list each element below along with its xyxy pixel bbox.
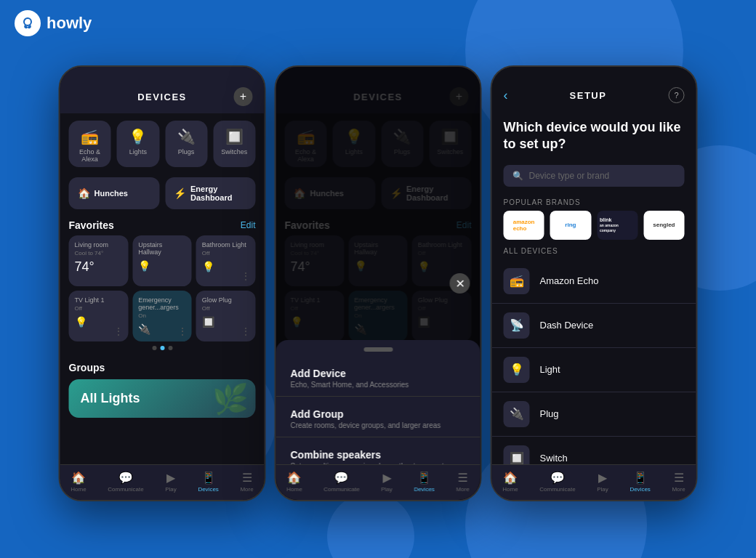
amazon-echo-name: Amazon Echo	[540, 275, 599, 286]
energy-label: Energy Dashboard	[190, 185, 247, 202]
menu-item-add-group[interactable]: Add Group Create rooms, device groups, a…	[276, 397, 480, 437]
nav-communicate[interactable]: 💬 Communicate	[108, 471, 143, 493]
fav-card-glowplug[interactable]: Glow Plug Off 🔲 ⋮	[196, 291, 256, 341]
help-button[interactable]: ?	[669, 87, 685, 103]
all-lights-bg-icon: 🌿	[212, 381, 249, 416]
amazon-label: amazonecho	[513, 219, 535, 232]
p1-title: DEVICES	[91, 92, 234, 102]
more-nav-label: More	[240, 486, 253, 493]
amazon-echo-icon: 📻	[504, 268, 530, 294]
fav-glowplug-label: Glow Plug	[202, 296, 250, 304]
device-item-amazon-echo[interactable]: 📻 Amazon Echo	[492, 259, 696, 304]
ring-label: ring	[565, 222, 576, 228]
p1-add-button[interactable]: +	[234, 87, 253, 106]
nav-more[interactable]: ☰ More	[240, 471, 253, 493]
category-lights[interactable]: 💡 Lights	[117, 121, 159, 167]
fav-livingroom-value: 74°	[75, 259, 123, 275]
fav-glowplug-status: Off	[202, 305, 250, 312]
combine-speakers-title: Combine speakers	[291, 449, 466, 461]
p3-nav-play[interactable]: ▶Play	[597, 471, 608, 493]
fav-livingroom-label: Living room	[75, 241, 123, 248]
communicate-nav-icon: 💬	[118, 471, 133, 485]
menu-item-add-device[interactable]: Add Device Echo, Smart Home, and Accesso…	[276, 356, 480, 397]
p2-nav-play[interactable]: ▶Play	[381, 471, 393, 493]
back-button[interactable]: ‹	[504, 88, 508, 103]
fav-livingroom-sublabel: Cool to 74°	[75, 250, 123, 256]
device-categories-row: 📻 Echo & Alexa 💡 Lights 🔌 Plugs 🔲 Switch…	[60, 113, 265, 174]
light-device-name: Light	[540, 364, 560, 375]
hunches-icon: 🏠	[78, 187, 90, 199]
fav-tvlight-label: TV Light 1	[75, 296, 123, 304]
dash-device-name: Dash Device	[540, 320, 594, 331]
page-dots	[60, 341, 265, 355]
lights-label: Lights	[129, 148, 147, 155]
fav-card-emergency[interactable]: Emergency gener...argers On 🔌 ⋮	[132, 291, 192, 341]
devices-nav-label: Devices	[198, 486, 218, 493]
fav-glowplug-dots: ⋮	[241, 326, 251, 337]
search-placeholder: Device type or brand	[529, 171, 610, 181]
play-nav-label: Play	[165, 486, 177, 493]
brand-ring[interactable]: ring	[550, 211, 591, 240]
p2-nav-communicate[interactable]: 💬Communicate	[323, 471, 359, 493]
device-item-light[interactable]: 💡 Light	[492, 348, 696, 392]
p2-nav-home[interactable]: 🏠Home	[286, 471, 302, 493]
p3-nav-home[interactable]: 🏠Home	[502, 471, 518, 493]
nav-home[interactable]: 🏠 Home	[71, 471, 86, 493]
p2-nav-more[interactable]: ☰More	[456, 471, 469, 493]
brand-sengled[interactable]: sengled	[643, 211, 684, 240]
p3-nav-communicate[interactable]: 💬Communicate	[539, 471, 575, 493]
nav-devices[interactable]: 📱 Devices	[198, 471, 218, 493]
groups-title: Groups	[69, 362, 256, 373]
dash-device-icon: 📡	[504, 312, 530, 339]
fav-tvlight-status: Off	[75, 305, 123, 312]
fav-card-upstairs[interactable]: Upstairs Hallway 💡	[132, 235, 192, 286]
switches-icon: 🔲	[225, 128, 244, 145]
sengled-label: sengled	[653, 222, 675, 228]
hunches-label: Hunches	[94, 189, 128, 198]
groups-section: Groups All Lights 🌿	[60, 355, 265, 425]
blink-label: blinkan amazon company	[600, 217, 635, 232]
fav-emergency-label: Emergency gener...argers	[138, 296, 186, 311]
device-item-dash-device[interactable]: 📡 Dash Device	[492, 304, 696, 348]
category-plugs[interactable]: 🔌 Plugs	[165, 121, 207, 167]
favorites-title: Favorites	[69, 219, 114, 231]
favorites-edit-button[interactable]: Edit	[241, 220, 256, 230]
fav-upstairs-icon: 💡	[138, 260, 186, 272]
all-lights-card[interactable]: All Lights 🌿	[69, 379, 256, 418]
p3-bottom-nav: 🏠Home 💬Communicate ▶Play 📱Devices ☰More	[492, 464, 696, 500]
fav-card-tvlight[interactable]: TV Light 1 Off 💡 ⋮	[69, 291, 129, 341]
p1-header: DEVICES +	[60, 67, 265, 113]
p3-header: ‹ SETUP ?	[492, 67, 696, 110]
category-echo[interactable]: 📻 Echo & Alexa	[69, 121, 111, 167]
p3-nav-more[interactable]: ☰More	[672, 471, 685, 493]
fav-card-livingroom[interactable]: Living room Cool to 74° 74°	[69, 235, 129, 286]
add-device-subtitle: Echo, Smart Home, and Accessories	[291, 381, 466, 389]
category-switches[interactable]: 🔲 Switches	[213, 121, 255, 167]
brand-blink[interactable]: blinkan amazon company	[597, 211, 638, 240]
device-item-plug[interactable]: 🔌 Plug	[492, 392, 696, 437]
menu-close-button[interactable]: ✕	[450, 273, 470, 294]
p2-nav-devices[interactable]: 📱Devices	[414, 471, 434, 493]
energy-dashboard-button[interactable]: ⚡ Energy Dashboard	[165, 177, 256, 209]
search-box[interactable]: 🔍 Device type or brand	[504, 165, 685, 187]
fav-tvlight-dots: ⋮	[113, 326, 124, 337]
hunches-button[interactable]: 🏠 Hunches	[69, 177, 160, 209]
more-nav-icon: ☰	[242, 471, 252, 485]
lights-icon: 💡	[129, 128, 147, 145]
dot-1	[152, 346, 156, 350]
plugs-icon: 🔌	[177, 128, 196, 145]
switches-label: Switches	[221, 148, 247, 155]
nav-play[interactable]: ▶ Play	[165, 471, 177, 493]
fav-card-bathroom[interactable]: Bathroom Light Off 💡 ⋮	[196, 235, 256, 286]
fav-bathroom-label: Bathroom Light	[202, 241, 250, 248]
echo-label: Echo & Alexa	[73, 148, 107, 163]
dot-2	[160, 346, 164, 350]
favorites-section-header: Favorites Edit	[60, 212, 265, 235]
p3-nav-devices[interactable]: 📱Devices	[630, 471, 650, 493]
logo-icon	[15, 10, 41, 36]
all-lights-label: All Lights	[81, 391, 140, 405]
add-device-title: Add Device	[291, 368, 466, 379]
brand-amazon[interactable]: amazonecho	[504, 211, 544, 240]
phone-1: DEVICES + 📻 Echo & Alexa 💡 Lights 🔌 Plug…	[59, 65, 266, 501]
fav-emergency-dots: ⋮	[177, 326, 188, 337]
